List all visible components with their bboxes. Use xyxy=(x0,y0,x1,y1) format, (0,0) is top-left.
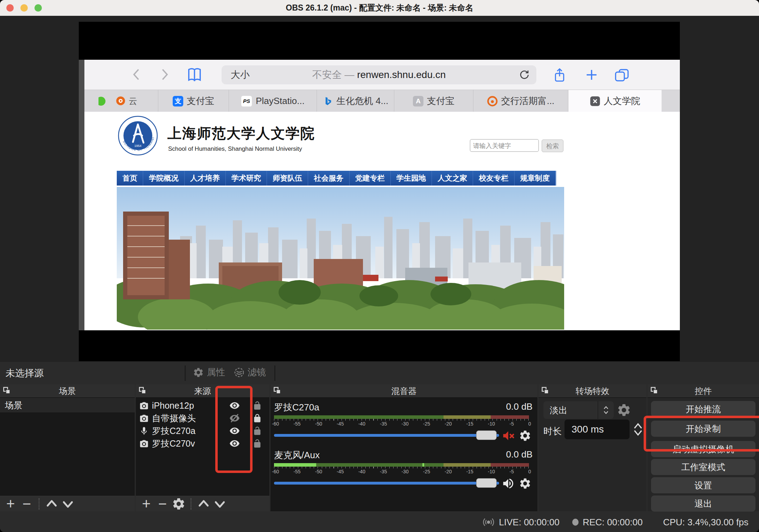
tab-strip-partial: 云 xyxy=(84,90,158,112)
source-properties-button[interactable] xyxy=(172,497,186,511)
scene-item-selected[interactable]: 场景 xyxy=(0,398,135,413)
tab-playstation: PS PlayStatio... xyxy=(229,90,317,112)
controls-panel: 控件 开始推流 开始录制 启动虚拟摄像机 工作室模式 设置 退出 xyxy=(648,384,759,512)
mute-button[interactable] xyxy=(501,429,515,443)
start-recording-button[interactable]: 开始录制 xyxy=(651,421,755,437)
mixer-body: 罗技C270a 0.0 dB -60-55-50-45-40-35-30-25-… xyxy=(270,397,537,511)
source-row[interactable]: iPhone12p xyxy=(136,399,269,412)
mixer-channel-db: 0.0 dB xyxy=(506,401,532,412)
visibility-on-icon[interactable] xyxy=(224,426,245,436)
toolbar-divider xyxy=(274,365,275,381)
popout-icon xyxy=(3,387,11,395)
obs-window: OBS 26.1.2 (mac) - 配置文件: 未命名 - 场景: 未命名 大… xyxy=(0,0,759,532)
playstation-icon: PS xyxy=(241,96,252,107)
site-title: 上海师范大学人文学院 xyxy=(167,124,315,143)
transition-settings-button[interactable] xyxy=(617,403,631,417)
duration-label: 时长 xyxy=(543,425,562,437)
source-row[interactable]: 罗技C270v xyxy=(136,437,269,450)
studio-mode-button[interactable]: 工作室模式 xyxy=(651,459,755,475)
tab-alipay-2: A 支付宝 xyxy=(394,90,473,112)
tab-renwen-active: 人文学院 xyxy=(568,90,662,112)
scene-down-button[interactable] xyxy=(61,497,75,511)
start-streaming-button[interactable]: 开始推流 xyxy=(651,401,755,417)
remove-source-button[interactable]: − xyxy=(155,497,170,511)
share-icon xyxy=(553,67,567,83)
tab-strip-filler xyxy=(662,90,680,112)
preview-canvas[interactable]: 大小 不安全 — renwen.shnu.edu.cn 云 xyxy=(79,22,680,361)
rec-time: REC: 00:00:00 xyxy=(583,517,643,528)
close-tab-icon xyxy=(590,96,600,106)
back-icon xyxy=(130,67,142,82)
preview-area: 大小 不安全 — renwen.shnu.edu.cn 云 xyxy=(0,16,759,362)
select-stepper[interactable] xyxy=(598,401,614,419)
live-status: LIVE: 00:00:00 xyxy=(482,516,560,528)
add-source-button[interactable]: + xyxy=(139,497,153,511)
mixer-panel-header: 混音器 xyxy=(270,384,537,397)
bing-icon xyxy=(323,96,333,106)
scenes-panel-title: 场景 xyxy=(0,384,135,397)
remove-scene-button[interactable]: − xyxy=(20,497,34,511)
start-virtual-camera-button[interactable]: 启动虚拟摄像机 xyxy=(651,441,755,457)
gear-icon xyxy=(193,367,204,378)
source-row[interactable]: 自带摄像头 xyxy=(136,412,269,424)
properties-button[interactable]: 属性 xyxy=(193,366,225,378)
mixer-settings-button[interactable] xyxy=(518,476,532,491)
settings-button[interactable]: 设置 xyxy=(651,477,755,493)
volume-slider[interactable] xyxy=(274,478,499,488)
sources-panel-title: 来源 xyxy=(136,384,269,397)
gear-icon xyxy=(519,477,531,490)
nav-item: 首页 xyxy=(117,171,143,186)
captured-safari-window: 大小 不安全 — renwen.shnu.edu.cn 云 xyxy=(84,60,680,330)
meter-tick-labels: -60-55-50-45-40-35-30-25-20-15-10-50 xyxy=(272,469,531,474)
popout-icon xyxy=(273,387,282,395)
mixer-channel-db: 0.0 dB xyxy=(506,449,532,460)
mixer-channel-name: 罗技C270a xyxy=(274,401,319,414)
duration-spinner[interactable] xyxy=(631,419,645,440)
unmute-button[interactable] xyxy=(501,476,515,491)
transition-select[interactable]: 淡出 xyxy=(543,401,614,419)
reload-icon xyxy=(519,69,530,80)
mixer-settings-button[interactable] xyxy=(518,429,532,443)
lock-closed-icon[interactable] xyxy=(245,414,269,423)
popout-icon xyxy=(541,387,550,395)
source-up-button[interactable] xyxy=(197,497,211,511)
shnu-page: 1954 SCHOOL OF HUMANITIES 上海师范大学人文学院 Sch… xyxy=(84,112,680,330)
transitions-panel-header: 转场特效 xyxy=(538,384,646,397)
visibility-on-icon[interactable] xyxy=(224,400,245,411)
exit-button[interactable]: 退出 xyxy=(651,495,755,512)
rec-status: REC: 00:00:00 xyxy=(572,517,643,528)
url-security-label: 不安全 — xyxy=(312,69,355,80)
scene-up-button[interactable] xyxy=(45,497,59,511)
sources-panel: 来源 iPhone12p 自带摄像头 罗技C270a xyxy=(136,384,269,512)
popout-icon xyxy=(139,387,147,395)
cloud-music-icon xyxy=(115,96,126,106)
controls-panel-header: 控件 xyxy=(648,384,759,397)
alipay-icon: 支 xyxy=(173,96,183,106)
controls-body: 开始推流 开始录制 启动虚拟摄像机 工作室模式 设置 退出 xyxy=(648,397,759,511)
camera-icon xyxy=(136,401,152,410)
slider-handle[interactable] xyxy=(476,478,497,488)
slider-handle[interactable] xyxy=(476,430,497,440)
slider-track xyxy=(274,434,499,437)
cpu-status: CPU: 3.4%,30.00 fps xyxy=(663,517,748,528)
volume-slider[interactable] xyxy=(274,430,499,441)
duration-field[interactable]: 300 ms xyxy=(565,420,630,439)
nav-item: 党建专栏 xyxy=(350,171,391,186)
wechat-partial-icon xyxy=(98,96,108,106)
lock-open-icon[interactable] xyxy=(245,439,269,448)
lock-open-icon[interactable] xyxy=(245,426,269,436)
transition-selected-value: 淡出 xyxy=(550,401,567,419)
visibility-off-icon[interactable] xyxy=(224,413,245,423)
visibility-on-icon[interactable] xyxy=(224,438,245,449)
letter-a-icon: A xyxy=(413,96,423,106)
toolbar-divider xyxy=(185,365,186,381)
add-scene-button[interactable]: + xyxy=(4,497,18,511)
source-row[interactable]: 罗技C270a xyxy=(136,424,269,437)
status-bar: LIVE: 00:00:00 REC: 00:00:00 CPU: 3.4%,3… xyxy=(0,512,759,532)
site-nav: 首页 学院概况 人才培养 学术研究 师资队伍 社会服务 党建专栏 学生园地 人文… xyxy=(117,171,556,186)
address-bar: 大小 不安全 — renwen.shnu.edu.cn xyxy=(222,65,536,84)
dock-area: 未选择源 属性 滤镜 场景 场景 + − xyxy=(0,362,759,512)
source-down-button[interactable] xyxy=(213,497,227,511)
filters-button[interactable]: 滤镜 xyxy=(234,366,266,378)
lock-open-icon[interactable] xyxy=(245,401,269,410)
